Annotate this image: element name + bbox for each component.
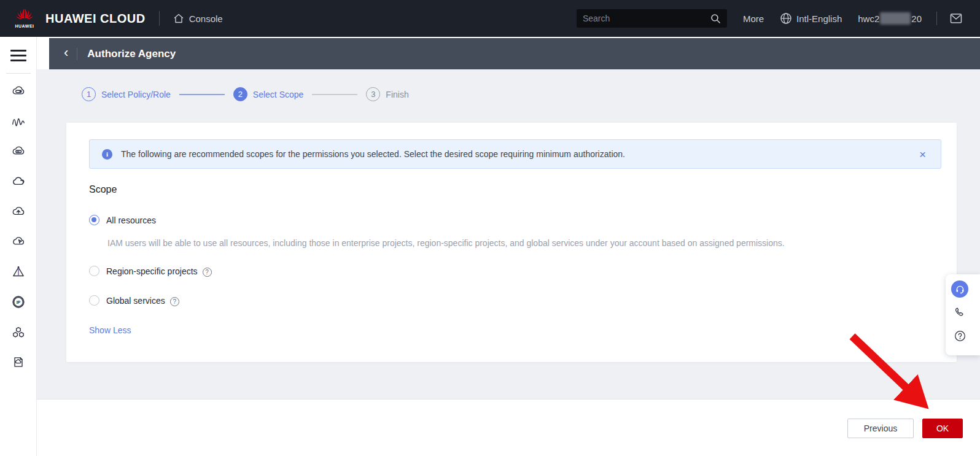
step-1-label: Select Policy/Role xyxy=(101,90,171,99)
help-support-button[interactable] xyxy=(951,327,968,344)
back-button[interactable]: ‹ xyxy=(49,46,77,62)
more-menu[interactable]: More xyxy=(743,14,764,24)
cluster-icon xyxy=(11,325,26,339)
sidebar-item-cloud-host[interactable] xyxy=(4,136,33,166)
scope-card: i The following are recommended scopes f… xyxy=(66,123,957,362)
cloud-pointer-icon xyxy=(11,234,26,249)
cloud-icon xyxy=(11,174,26,189)
language-selector[interactable]: Intl-English xyxy=(780,12,842,25)
waves-icon xyxy=(11,114,26,129)
step-finish: 3 Finish xyxy=(366,87,408,101)
action-footer: Previous OK xyxy=(37,399,980,456)
sidebar-item-cloud[interactable] xyxy=(4,166,33,196)
help-icon[interactable]: ? xyxy=(170,297,179,306)
more-label: More xyxy=(743,14,764,24)
page-titlebar: ‹ Authorize Agency xyxy=(49,38,980,69)
sidebar-item-cloud-upload[interactable] xyxy=(4,196,33,226)
ok-button[interactable]: OK xyxy=(922,419,963,438)
cloud-server-icon xyxy=(11,84,26,99)
step-1-circle: 1 xyxy=(82,87,96,101)
radio-unselected-icon[interactable] xyxy=(89,266,99,276)
globe-icon xyxy=(780,12,792,25)
svg-text:IP: IP xyxy=(16,299,20,304)
show-less-link[interactable]: Show Less xyxy=(89,325,131,335)
radio-region-specific[interactable]: Region-specific projects ? xyxy=(89,265,212,277)
radio-global-services[interactable]: Global services ? xyxy=(89,295,179,306)
previous-button[interactable]: Previous xyxy=(847,419,914,438)
headset-icon xyxy=(955,284,965,295)
header-separator-2 xyxy=(936,12,937,25)
sidebar-divider xyxy=(6,73,31,74)
console-link[interactable]: Console xyxy=(173,13,223,24)
huawei-flower-icon xyxy=(15,9,34,23)
step-3-label: Finish xyxy=(386,90,408,99)
home-icon xyxy=(173,13,184,24)
sidebar-item-document[interactable] xyxy=(4,347,33,377)
step-connector-done xyxy=(179,94,225,95)
sidebar-item-waves[interactable] xyxy=(4,106,33,136)
banner-close-icon[interactable]: × xyxy=(917,147,928,161)
phone-icon xyxy=(954,306,966,319)
account-prefix: hwc2 xyxy=(858,14,879,24)
radio-all-resources[interactable]: All resources xyxy=(89,215,156,225)
radio-global-services-label: Global services xyxy=(106,296,165,306)
radio-unselected-icon[interactable] xyxy=(89,295,99,306)
step-connector-pending xyxy=(312,94,357,95)
titlebar-separator xyxy=(77,48,77,60)
scope-heading: Scope xyxy=(89,184,117,195)
sidebar-item-cloud-server[interactable] xyxy=(4,76,33,106)
ip-circle-icon: IP xyxy=(11,295,26,309)
left-sidebar: IP xyxy=(0,37,37,456)
phone-support-button[interactable] xyxy=(951,304,968,321)
header-separator xyxy=(159,11,160,26)
step-2-circle: 2 xyxy=(233,87,247,101)
page-title: Authorize Agency xyxy=(87,48,176,60)
step-select-scope: 2 Select Scope xyxy=(233,87,304,101)
search-icon[interactable] xyxy=(710,14,721,24)
huawei-logo[interactable]: HUAWEI xyxy=(11,9,38,28)
account-suffix: 20 xyxy=(911,14,922,24)
language-label: Intl-English xyxy=(796,14,842,24)
top-header: HUAWEI HUAWEI CLOUD Console More Intl-En… xyxy=(0,0,980,37)
account-redaction-blur xyxy=(880,12,911,25)
menu-hamburger-icon[interactable] xyxy=(10,47,26,64)
radio-all-resources-label: All resources xyxy=(106,215,156,225)
sidebar-item-cluster[interactable] xyxy=(4,317,33,347)
huawei-logo-caption: HUAWEI xyxy=(15,24,34,28)
step-select-policy-role: 1 Select Policy/Role xyxy=(82,87,171,101)
support-chat-button[interactable] xyxy=(951,280,968,298)
step-2-label: Select Scope xyxy=(253,90,304,99)
cloud-host-icon xyxy=(11,144,26,159)
document-cloud-icon xyxy=(11,355,26,369)
prism-icon xyxy=(11,265,26,279)
radio-region-specific-label: Region-specific projects xyxy=(106,266,198,276)
sidebar-item-prism[interactable] xyxy=(4,257,33,287)
cloud-upload-icon xyxy=(11,204,26,219)
info-banner-text: The following are recommended scopes for… xyxy=(121,149,625,159)
sidebar-item-cloud-pointer[interactable] xyxy=(4,226,33,257)
info-icon: i xyxy=(102,149,112,160)
info-banner: i The following are recommended scopes f… xyxy=(89,139,941,169)
account-menu[interactable]: hwc220 xyxy=(858,12,922,25)
console-label: Console xyxy=(189,14,223,24)
help-icon[interactable]: ? xyxy=(203,268,212,277)
radio-selected-icon[interactable] xyxy=(89,215,99,225)
all-resources-description: IAM users will be able to use all resour… xyxy=(107,238,924,248)
step-3-circle: 3 xyxy=(366,87,380,101)
search-input[interactable] xyxy=(583,14,710,23)
mail-icon[interactable] xyxy=(949,12,963,25)
question-circle-icon xyxy=(954,330,966,342)
support-float-panel xyxy=(946,274,980,355)
brand-title: HUAWEI CLOUD xyxy=(45,12,146,26)
sidebar-item-eip[interactable]: IP xyxy=(4,287,33,317)
step-wizard: 1 Select Policy/Role 2 Select Scope 3 Fi… xyxy=(82,87,409,101)
search-box[interactable] xyxy=(577,9,727,28)
